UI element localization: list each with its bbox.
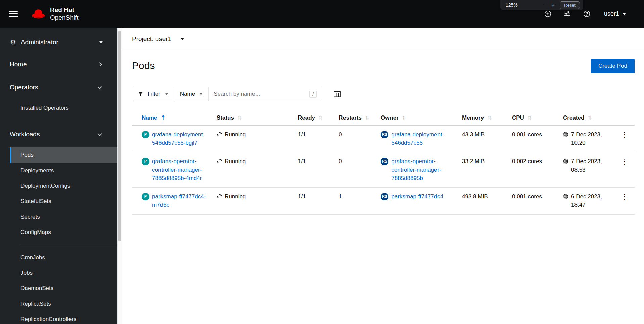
pod-restarts: 1 <box>339 193 342 200</box>
nav-label: Workloads <box>10 131 40 138</box>
sort-icon: ⇅ <box>365 115 369 121</box>
perspective-switcher[interactable]: ⚙ Administrator <box>0 35 117 50</box>
table-row: P parksmap-ff7477dc4-m7d5c Running 1/1 1… <box>132 188 635 215</box>
user-menu[interactable]: user1 <box>604 10 626 17</box>
kebab-menu-icon[interactable]: ⋮ <box>618 158 631 165</box>
owner-link[interactable]: parksmap-ff7477dc4 <box>391 193 455 201</box>
caret-down-icon <box>181 38 184 40</box>
pod-name-link[interactable]: grafana-deployment-546dd57c55-bgjl7 <box>152 131 210 147</box>
search-attribute-dropdown[interactable]: Name <box>174 87 209 101</box>
owner-link[interactable]: grafana-operator-controller-manager-7885… <box>391 157 455 182</box>
pod-restarts: 0 <box>339 131 342 138</box>
column-label: Created <box>563 114 584 121</box>
column-header-cpu[interactable]: CPU⇅ <box>509 110 560 126</box>
pod-kind-badge: P <box>142 131 149 138</box>
pod-status: Running <box>225 193 246 201</box>
sidebar-item-jobs[interactable]: Jobs <box>10 265 117 281</box>
nav-divider <box>20 245 117 245</box>
sidebar-item-replicationcontrollers[interactable]: ReplicationControllers <box>10 312 117 324</box>
sidebar-scrollbar-thumb[interactable] <box>118 31 121 241</box>
pod-cpu: 0.002 cores <box>512 158 542 165</box>
pod-kind-badge: P <box>142 193 149 200</box>
filter-funnel-icon <box>138 92 143 97</box>
table-row: P grafana-deployment-546dd57c55-bgjl7 Ru… <box>132 126 635 152</box>
table-row: P grafana-operator-controller-manager-78… <box>132 152 635 188</box>
sidebar-item-installed-operators[interactable]: Installed Operators <box>10 100 117 116</box>
brand-line1: Red Hat <box>50 6 79 14</box>
zoom-out-button[interactable]: − <box>541 2 549 8</box>
project-selector[interactable]: Project: user1 <box>132 35 184 43</box>
search-input[interactable] <box>214 91 307 97</box>
pod-ready: 1/1 <box>298 131 306 138</box>
table-header-row: Name↑ Status⇅ Ready⇅ Restarts⇅ Owner⇅ <box>132 110 635 126</box>
caret-down-icon <box>99 41 103 43</box>
zoom-reset-button[interactable]: Reset <box>560 1 580 9</box>
sidebar-item-secrets[interactable]: Secrets <box>10 209 117 225</box>
pod-ready: 1/1 <box>298 193 306 200</box>
column-label: Memory <box>462 114 484 121</box>
kebab-menu-icon[interactable]: ⋮ <box>618 131 631 138</box>
column-header-owner[interactable]: Owner⇅ <box>377 110 459 126</box>
globe-icon <box>563 194 568 199</box>
pod-name-link[interactable]: grafana-operator-controller-manager-7885… <box>152 157 210 182</box>
column-header-ready[interactable]: Ready⇅ <box>294 110 335 126</box>
replicaset-kind-badge: RS <box>381 158 388 165</box>
owner-link[interactable]: grafana-deployment-546dd57c55 <box>391 131 455 147</box>
zoom-level: 125% <box>506 2 518 8</box>
sidebar-item-cronjobs[interactable]: CronJobs <box>10 250 117 265</box>
column-label: Ready <box>298 114 315 121</box>
masthead: Red Hat OpenShift user1 125% − + Reset <box>0 0 644 28</box>
pod-memory: 43.3 MiB <box>462 131 485 138</box>
pod-status: Running <box>225 131 246 139</box>
operators-subnav: Installed Operators <box>0 100 117 116</box>
help-circle-icon[interactable] <box>583 10 591 18</box>
pod-kind-badge: P <box>142 158 149 165</box>
zoom-in-button[interactable]: + <box>549 2 557 8</box>
filter-dropdown[interactable]: Filter <box>132 87 174 101</box>
column-label: Owner <box>381 114 399 121</box>
nav-label: Operators <box>10 84 38 91</box>
nav-toggle-hamburger-icon[interactable] <box>9 9 18 19</box>
chevron-down-icon <box>98 85 102 89</box>
pod-name-link[interactable]: parksmap-ff7477dc4-m7d5c <box>152 193 210 209</box>
sidebar-item-replicasets[interactable]: ReplicaSets <box>10 296 117 312</box>
column-label: CPU <box>512 114 524 121</box>
sidebar-item-operators[interactable]: Operators <box>0 78 117 97</box>
sidebar-item-configmaps[interactable]: ConfigMaps <box>10 225 117 240</box>
sidebar-item-deployments[interactable]: Deployments <box>10 163 117 178</box>
add-circle-icon[interactable] <box>544 10 552 18</box>
kebab-menu-icon[interactable]: ⋮ <box>618 193 631 200</box>
column-label: Name <box>142 114 157 121</box>
sidebar-item-statefulsets[interactable]: StatefulSets <box>10 194 117 209</box>
keyboard-shortcut-hint: / <box>309 91 317 98</box>
brand-logo[interactable]: Red Hat OpenShift <box>31 6 79 21</box>
sidebar-item-workloads[interactable]: Workloads <box>0 125 117 144</box>
column-header-status[interactable]: Status⇅ <box>213 110 294 126</box>
project-selector-label: Project: user1 <box>132 35 171 43</box>
settings-sliders-icon[interactable] <box>564 10 571 18</box>
page-title: Pods <box>132 59 155 73</box>
perspective-label: Administrator <box>21 39 58 46</box>
sidebar-item-deploymentconfigs[interactable]: DeploymentConfigs <box>10 178 117 194</box>
sidebar-item-home[interactable]: Home <box>0 55 117 74</box>
app-body: ⚙ Administrator Home Operators Installed… <box>0 28 644 324</box>
filter-toolbar: Filter Name / <box>122 87 644 101</box>
sidebar-nav: ⚙ Administrator Home Operators Installed… <box>0 28 117 324</box>
sidebar-scrollbar-track <box>117 28 122 324</box>
column-header-name[interactable]: Name↑ <box>132 110 213 126</box>
caret-down-icon <box>165 93 168 95</box>
sync-running-icon <box>217 132 222 137</box>
sort-icon: ⇅ <box>237 115 242 121</box>
manage-columns-icon[interactable] <box>334 91 341 97</box>
create-pod-button[interactable]: Create Pod <box>591 59 635 73</box>
column-header-created[interactable]: Created⇅ <box>560 110 615 126</box>
column-header-memory[interactable]: Memory⇅ <box>459 110 509 126</box>
sidebar-item-daemonsets[interactable]: DaemonSets <box>10 281 117 296</box>
column-header-restarts[interactable]: Restarts⇅ <box>335 110 377 126</box>
sidebar-item-pods[interactable]: Pods <box>10 147 117 163</box>
search-box: / <box>209 87 320 101</box>
username: user1 <box>604 10 619 17</box>
page-header: Pods Create Pod <box>122 50 644 73</box>
pods-table: Name↑ Status⇅ Ready⇅ Restarts⇅ Owner⇅ <box>132 110 635 215</box>
gear-icon: ⚙ <box>10 39 16 46</box>
